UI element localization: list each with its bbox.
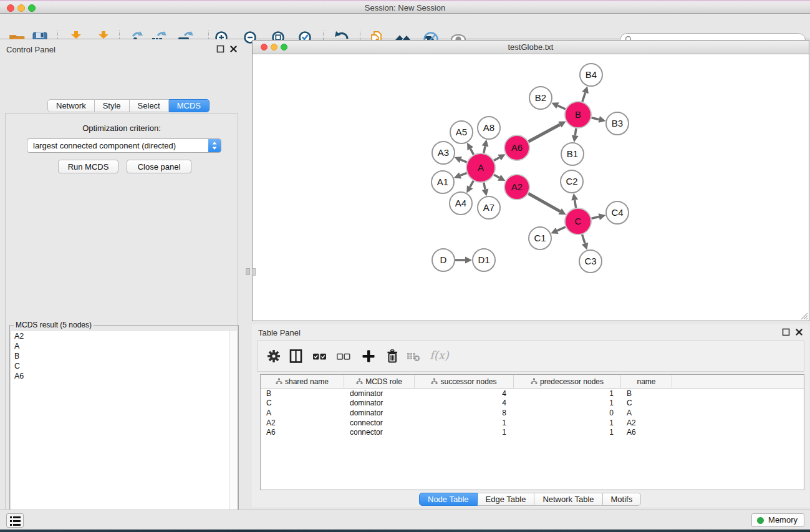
mcds-result-title: MCDS result (5 nodes) [14, 321, 94, 329]
column-header-name[interactable]: name [621, 375, 672, 388]
node-B4[interactable]: B4 [580, 64, 602, 86]
edge-C-C1[interactable] [557, 227, 565, 231]
cell: 0 [514, 409, 621, 417]
node-A7[interactable]: A7 [478, 196, 500, 219]
node-C3[interactable]: C3 [579, 250, 602, 273]
node-A8[interactable]: A8 [478, 117, 500, 139]
tab-motifs[interactable]: Motifs [603, 493, 642, 506]
edge-B-B2[interactable] [557, 105, 566, 109]
canvas-splitter-nub[interactable] [252, 268, 256, 276]
mcds-result-item[interactable]: B [11, 351, 229, 361]
table-row[interactable]: Cdominator41C [261, 399, 804, 409]
tab-style[interactable]: Style [95, 99, 130, 112]
node-B[interactable]: B [565, 102, 591, 128]
panel-splitter-handle[interactable] [246, 268, 250, 275]
node-A5[interactable]: A5 [450, 121, 473, 143]
edge-A-A2[interactable] [494, 175, 499, 178]
table-row[interactable]: Bdominator41B [261, 389, 804, 399]
delete-column-trash-icon[interactable] [385, 349, 400, 364]
mcds-result-item[interactable]: A6 [11, 371, 229, 381]
node-B3[interactable]: B3 [606, 112, 629, 135]
table-close-panel-icon[interactable] [795, 328, 803, 336]
edge-B-B4[interactable] [582, 93, 586, 102]
node-label: C1 [534, 233, 546, 243]
float-panel-icon[interactable] [216, 45, 224, 53]
memory-button[interactable]: Memory [751, 513, 804, 527]
node-A1[interactable]: A1 [432, 171, 454, 193]
select-all-checkboxes-icon[interactable] [312, 349, 327, 364]
mcds-result-item[interactable]: A2 [11, 331, 229, 341]
node-A6[interactable]: A6 [504, 135, 529, 160]
column-view-icon[interactable] [289, 349, 304, 364]
node-D1[interactable]: D1 [473, 249, 495, 271]
delete-table-icon[interactable] [406, 349, 421, 364]
session-title: Session: New Session [0, 3, 810, 12]
edge-A-A8[interactable] [484, 146, 485, 153]
run-mcds-button[interactable]: Run MCDS [58, 160, 118, 173]
mcds-result-list: A2ABCA6 [11, 331, 229, 532]
tab-network-table[interactable]: Network Table [534, 493, 602, 506]
table-float-panel-icon[interactable] [782, 328, 790, 336]
close-panel-button[interactable]: Close panel [127, 160, 191, 173]
function-builder-icon[interactable]: f(x) [430, 349, 449, 362]
tab-edge-table[interactable]: Edge Table [478, 493, 535, 506]
node-C1[interactable]: C1 [529, 227, 551, 249]
node-A[interactable]: A [466, 153, 495, 182]
cell: 4 [415, 399, 514, 407]
settings-gear-icon[interactable] [266, 349, 281, 364]
edge-B-B1[interactable] [575, 128, 576, 136]
table-row[interactable]: Adominator80A [261, 408, 804, 418]
tab-mcds[interactable]: MCDS [169, 99, 210, 112]
resize-grip-icon[interactable] [800, 312, 808, 320]
criterion-select[interactable]: largest connected component (directed) [27, 138, 221, 153]
task-history-button[interactable] [6, 513, 24, 528]
node-A3[interactable]: A3 [432, 142, 455, 164]
cell: A2 [261, 418, 344, 427]
edge-C-C3[interactable] [582, 235, 585, 243]
tab-select[interactable]: Select [130, 99, 169, 112]
node-C4[interactable]: C4 [606, 201, 629, 224]
network-graph[interactable]: B4B2BB3A8A5A6A3B1AA1C2A2A4A7C4CC1C3DD1 [253, 54, 809, 321]
cell: B [261, 389, 344, 398]
node-B2[interactable]: B2 [529, 87, 552, 109]
node-table[interactable]: shared nameMCDS rolesuccessor nodesprede… [260, 374, 804, 490]
edge-A6-B[interactable] [528, 125, 560, 142]
edge-A-A3[interactable] [461, 160, 467, 162]
node-A4[interactable]: A4 [450, 192, 472, 215]
mcds-result-item[interactable]: A [11, 341, 229, 351]
edge-A-A5[interactable] [470, 148, 473, 155]
deselect-all-checkboxes-icon[interactable] [336, 349, 351, 364]
result-scrollbar[interactable] [229, 331, 237, 532]
node-label: A8 [483, 122, 494, 133]
table-row[interactable]: A6connector11A6 [261, 427, 804, 437]
cell: dominator [344, 409, 415, 417]
node-B1[interactable]: B1 [561, 143, 584, 165]
tab-network[interactable]: Network [47, 99, 95, 112]
node-C2[interactable]: C2 [561, 170, 583, 193]
tab-node-table[interactable]: Node Table [419, 493, 478, 506]
edge-A-A4[interactable] [470, 181, 474, 187]
edge-A-A1[interactable] [460, 173, 466, 175]
node-A2[interactable]: A2 [504, 175, 529, 200]
column-header-MCDS-role[interactable]: MCDS role [344, 375, 415, 388]
network-canvas[interactable]: B4B2BB3A8A5A6A3B1AA1C2A2A4A7C4CC1C3DD1 [253, 54, 809, 321]
add-column-icon[interactable] [361, 349, 376, 364]
close-panel-icon[interactable] [229, 45, 238, 53]
column-header-predecessor-nodes[interactable]: predecessor nodes [514, 375, 621, 388]
edge-C-C4[interactable] [591, 217, 599, 219]
edge-A2-C[interactable] [528, 193, 560, 211]
node-label: D [440, 254, 447, 265]
mcds-result-item[interactable]: C [11, 361, 229, 371]
edge-B-B3[interactable] [591, 118, 599, 120]
edge-C-C2[interactable] [575, 200, 576, 208]
column-header-shared-name[interactable]: shared name [261, 375, 344, 388]
desktop-background-strip [0, 530, 810, 532]
node-D[interactable]: D [432, 249, 455, 271]
edge-A-A6[interactable] [494, 157, 499, 160]
mcds-tab-content: Optimization criterion: largest connecte… [5, 113, 238, 532]
table-row[interactable]: A2connector11A2 [261, 418, 804, 428]
edge-A-A7[interactable] [484, 183, 485, 190]
node-label: C3 [584, 256, 596, 266]
node-C[interactable]: C [565, 208, 591, 235]
column-header-successor-nodes[interactable]: successor nodes [415, 375, 514, 388]
